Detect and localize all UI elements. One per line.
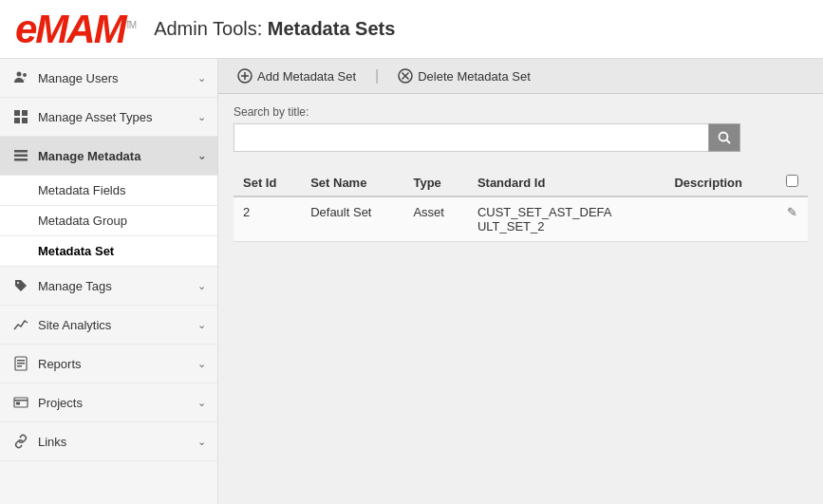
delete-metadata-set-button[interactable]: Delete Metadata Set: [394, 66, 534, 85]
search-input[interactable]: [234, 123, 708, 152]
col-header-standard-id: Standard Id: [468, 167, 665, 196]
trademark: TM: [125, 20, 135, 30]
grid-icon: [11, 107, 30, 126]
sidebar: Manage Users ⌄ Manage Asset Types ⌄: [0, 59, 218, 504]
sidebar-label-links: Links: [38, 435, 197, 449]
svg-rect-12: [17, 363, 25, 364]
svg-rect-15: [14, 400, 28, 401]
col-header-checkbox: [776, 167, 808, 196]
search-button[interactable]: [708, 123, 740, 152]
svg-rect-4: [14, 118, 20, 123]
tags-icon: [11, 276, 30, 295]
svg-rect-11: [17, 360, 25, 362]
table-row: 2 Default Set Asset CUST_SET_AST_DEFAULT…: [234, 196, 808, 242]
sidebar-label-manage-users: Manage Users: [38, 71, 197, 85]
cell-standard-id: CUST_SET_AST_DEFAULT_SET_2: [468, 196, 665, 242]
chevron-icon-manage-asset-types: ⌄: [197, 111, 206, 123]
links-icon: [11, 432, 30, 451]
svg-point-1: [23, 73, 27, 77]
cell-edit: ✎: [776, 196, 808, 242]
sidebar-item-metadata-fields[interactable]: Metadata Fields: [0, 176, 217, 206]
projects-icon: [11, 393, 30, 412]
sidebar-item-manage-tags[interactable]: Manage Tags ⌄: [0, 267, 217, 306]
sidebar-item-manage-asset-types[interactable]: Manage Asset Types ⌄: [0, 98, 217, 137]
add-metadata-set-button[interactable]: Add Metadata Set: [234, 66, 360, 85]
svg-line-24: [727, 140, 731, 144]
svg-rect-13: [17, 365, 22, 367]
sidebar-label-site-analytics: Site Analytics: [38, 318, 197, 332]
select-all-checkbox[interactable]: [786, 175, 798, 187]
search-row: [234, 123, 808, 152]
sidebar-item-site-analytics[interactable]: Site Analytics ⌄: [0, 306, 217, 345]
search-icon: [718, 131, 731, 144]
add-icon: [237, 68, 253, 84]
col-header-description: Description: [664, 167, 776, 196]
sidebar-item-reports[interactable]: Reports ⌄: [0, 345, 217, 383]
sidebar-item-manage-users[interactable]: Manage Users ⌄: [0, 59, 217, 98]
cell-set-id: 2: [234, 196, 301, 242]
analytics-icon: [11, 315, 30, 334]
app-logo: eMAMTM: [15, 9, 135, 49]
sidebar-item-links[interactable]: Links ⌄: [0, 422, 217, 461]
app-header: eMAMTM Admin Tools: Metadata Sets: [0, 0, 823, 59]
toolbar-separator: |: [375, 67, 379, 84]
search-area: Search by title:: [218, 94, 823, 159]
cell-description: [664, 196, 776, 242]
chevron-icon-manage-metadata: ⌄: [197, 150, 206, 162]
chevron-icon-site-analytics: ⌄: [197, 319, 206, 331]
cell-type: Asset: [403, 196, 467, 242]
sidebar-item-projects[interactable]: Projects ⌄: [0, 383, 217, 422]
reports-icon: [11, 354, 30, 373]
col-header-set-name: Set Name: [301, 167, 403, 196]
svg-point-23: [720, 133, 728, 141]
cell-set-name: Default Set: [301, 196, 403, 242]
metadata-set-label: Metadata Set: [38, 244, 114, 258]
sidebar-label-manage-asset-types: Manage Asset Types: [38, 110, 197, 124]
svg-rect-16: [16, 402, 20, 405]
main-layout: Manage Users ⌄ Manage Asset Types ⌄: [0, 59, 823, 504]
svg-rect-7: [14, 155, 28, 158]
chevron-icon-manage-tags: ⌄: [197, 280, 206, 292]
chevron-icon-manage-users: ⌄: [197, 72, 206, 84]
chevron-icon-links: ⌄: [197, 436, 206, 448]
chevron-icon-reports: ⌄: [197, 358, 206, 370]
svg-point-9: [17, 282, 19, 284]
svg-rect-8: [14, 159, 28, 161]
svg-rect-6: [14, 150, 28, 153]
sidebar-label-manage-metadata: Manage Metadata: [38, 149, 197, 163]
page-title: Admin Tools: Metadata Sets: [154, 18, 395, 40]
sidebar-item-metadata-group[interactable]: Metadata Group: [0, 206, 217, 236]
table-area: Set Id Set Name Type Standard Id Descrip…: [218, 159, 823, 504]
content-toolbar: Add Metadata Set | Delete Metadata Set: [218, 59, 823, 94]
users-icon: [11, 68, 30, 87]
metadata-fields-label: Metadata Fields: [38, 183, 126, 197]
sidebar-label-manage-tags: Manage Tags: [38, 279, 197, 293]
svg-rect-5: [22, 118, 28, 123]
metadata-icon: [11, 146, 30, 165]
search-label: Search by title:: [234, 105, 808, 119]
col-header-type: Type: [403, 167, 467, 196]
content-area: Add Metadata Set | Delete Metadata Set S…: [218, 59, 823, 504]
sidebar-item-metadata-set[interactable]: Metadata Set: [0, 236, 217, 267]
metadata-sets-table: Set Id Set Name Type Standard Id Descrip…: [234, 167, 808, 242]
svg-rect-2: [14, 110, 20, 116]
sidebar-item-manage-metadata[interactable]: Manage Metadata ⌄: [0, 137, 217, 176]
chevron-icon-projects: ⌄: [197, 397, 206, 409]
edit-icon[interactable]: ✎: [787, 205, 797, 219]
metadata-group-label: Metadata Group: [38, 214, 127, 228]
sidebar-label-reports: Reports: [38, 357, 197, 371]
col-header-set-id: Set Id: [234, 167, 301, 196]
svg-rect-3: [22, 110, 28, 116]
sidebar-label-projects: Projects: [38, 396, 197, 410]
svg-point-0: [17, 72, 22, 77]
delete-icon: [398, 68, 413, 84]
